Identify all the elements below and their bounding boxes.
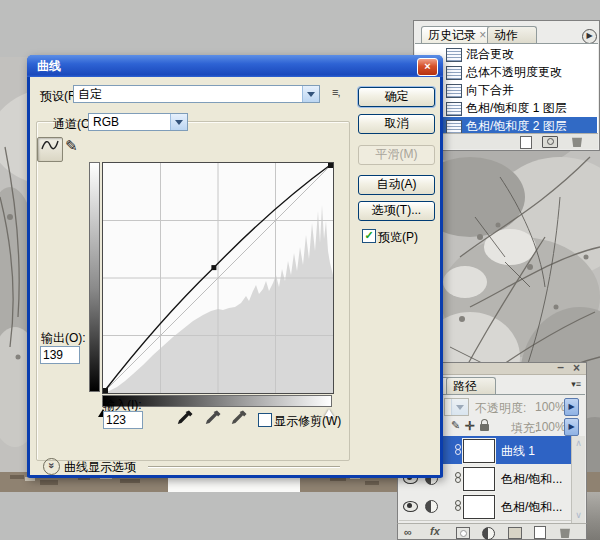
dialog-body: 预设(R): 自定 ≡, 确定 取消 平滑(M) 自动(A) 选项(T)... … bbox=[30, 77, 440, 475]
new-document-from-state-icon[interactable] bbox=[520, 136, 532, 149]
layer-style-fx-icon[interactable]: fx bbox=[430, 525, 440, 537]
black-point-eyedropper-icon[interactable] bbox=[176, 409, 194, 427]
channel-select[interactable]: RGB bbox=[88, 113, 188, 131]
new-snapshot-icon[interactable] bbox=[542, 136, 558, 148]
curve-display-options-expander-icon[interactable]: » bbox=[43, 458, 60, 475]
curve-display-options-label: 曲线显示选项 bbox=[64, 459, 136, 476]
delete-state-icon[interactable] bbox=[572, 136, 582, 147]
dialog-title: 曲线 bbox=[37, 59, 61, 73]
layers-scrollbar[interactable]: ∧ ∨ bbox=[571, 436, 585, 523]
curve-endpoint-shadow bbox=[103, 388, 108, 393]
opacity-value: 100% bbox=[535, 400, 566, 414]
layer-row-hue-sat-1[interactable]: 色相/饱和... bbox=[399, 492, 572, 521]
panel-menu-icon[interactable]: ▾≡ bbox=[571, 379, 581, 389]
preset-select[interactable]: 自定 bbox=[73, 85, 320, 103]
curve-endpoint-highlight bbox=[328, 163, 333, 168]
gray-point-eyedropper-icon[interactable] bbox=[204, 409, 222, 427]
scroll-up-icon[interactable]: ∧ bbox=[572, 438, 585, 448]
lock-transparency-brush-icon[interactable]: ✎ bbox=[451, 419, 460, 432]
ok-button[interactable]: 确定 bbox=[358, 87, 435, 107]
link-layers-icon[interactable]: ∞ bbox=[404, 526, 412, 538]
eye-icon[interactable] bbox=[403, 501, 418, 512]
history-state-icon bbox=[446, 84, 462, 98]
lock-all-icon[interactable] bbox=[480, 424, 489, 431]
chevron-down-icon bbox=[170, 114, 187, 130]
history-state-icon bbox=[446, 120, 462, 134]
dialog-titlebar[interactable]: 曲线 × bbox=[27, 55, 443, 77]
channel-value: RGB bbox=[93, 115, 119, 129]
fill-value: 100% bbox=[535, 420, 566, 434]
preview-checkbox[interactable]: ✓ bbox=[362, 229, 376, 243]
history-state-icon bbox=[446, 48, 462, 62]
curve-control-point bbox=[211, 265, 216, 270]
smooth-button: 平滑(M) bbox=[358, 145, 435, 165]
curve-grid[interactable] bbox=[102, 162, 334, 394]
history-state-row[interactable]: 总体不透明度更改 bbox=[416, 63, 597, 81]
close-icon[interactable]: × bbox=[573, 361, 580, 375]
palette-menu-icon[interactable]: ▶ bbox=[582, 29, 597, 44]
tab-close-icon[interactable]: × bbox=[479, 28, 486, 42]
chevron-down-icon bbox=[302, 86, 319, 102]
mask-link-icon bbox=[455, 444, 461, 455]
white-point-eyedropper-icon[interactable] bbox=[230, 409, 248, 427]
preview-label: 预览(P) bbox=[378, 229, 418, 246]
layer-name: 色相/饱和... bbox=[501, 499, 562, 516]
cancel-button[interactable]: 取消 bbox=[358, 114, 435, 134]
input-field[interactable] bbox=[103, 411, 143, 429]
draw-pencil-icon[interactable]: ✎ bbox=[65, 137, 78, 155]
layer-mask-thumbnail[interactable] bbox=[463, 495, 495, 519]
photoshop-workspace: ▶ 历史记录 × 动作 混合更改 总体不透明度更改 向下合并 色相/饱和度 1 bbox=[0, 0, 600, 540]
document-photo-edge bbox=[585, 492, 600, 540]
history-state-row[interactable]: 色相/饱和度 1 图层 bbox=[416, 99, 597, 117]
new-group-folder-icon[interactable] bbox=[508, 527, 522, 539]
preset-value: 自定 bbox=[78, 87, 102, 101]
adjustment-layer-icon bbox=[425, 500, 438, 513]
fill-slider-arrow-icon[interactable]: ▶ bbox=[564, 418, 579, 436]
layers-bottom-bar: ∞ fx bbox=[397, 523, 587, 540]
blend-mode-select[interactable] bbox=[444, 398, 469, 416]
close-icon[interactable]: × bbox=[417, 58, 438, 76]
show-clipping-label: 显示修剪(W) bbox=[274, 413, 341, 430]
show-clipping-checkbox[interactable] bbox=[258, 413, 272, 427]
history-state-row[interactable]: 向下合并 bbox=[416, 81, 597, 99]
output-gradient-bar bbox=[89, 162, 100, 392]
lock-position-move-icon[interactable]: ✛ bbox=[465, 419, 475, 433]
opacity-label: 不透明度: bbox=[475, 400, 526, 417]
mask-link-icon bbox=[455, 500, 461, 511]
history-state-row[interactable]: 混合更改 bbox=[416, 45, 597, 63]
layer-mask-thumbnail[interactable] bbox=[463, 439, 495, 463]
scroll-down-icon[interactable]: ∨ bbox=[572, 510, 585, 520]
output-field[interactable] bbox=[40, 346, 80, 364]
tab-history[interactable]: 历史记录 × bbox=[421, 26, 497, 44]
preset-options-icon[interactable]: ≡, bbox=[332, 86, 339, 98]
history-state-icon bbox=[446, 66, 462, 80]
layer-mask-thumbnail[interactable] bbox=[463, 467, 495, 491]
divider bbox=[148, 466, 340, 467]
add-layer-mask-icon[interactable] bbox=[456, 527, 470, 539]
new-adjustment-layer-icon[interactable] bbox=[482, 527, 495, 540]
delete-layer-icon[interactable] bbox=[560, 527, 570, 538]
curves-dialog: 曲线 × 预设(R): 自定 ≡, 确定 取消 平滑(M) 自动(A) 选项(T… bbox=[27, 55, 443, 478]
tab-actions[interactable]: 动作 bbox=[487, 26, 537, 44]
layer-name: 色相/饱和... bbox=[501, 471, 562, 488]
chevron-down-icon bbox=[451, 399, 468, 415]
history-state-icon bbox=[446, 102, 462, 116]
mask-link-icon bbox=[455, 472, 461, 483]
options-button[interactable]: 选项(T)... bbox=[358, 201, 435, 221]
edit-points-curve-icon[interactable] bbox=[37, 137, 63, 162]
auto-button[interactable]: 自动(A) bbox=[358, 175, 435, 195]
new-layer-icon[interactable] bbox=[534, 526, 546, 539]
opacity-slider-arrow-icon[interactable]: ▶ bbox=[564, 398, 579, 416]
layer-name: 曲线 1 bbox=[501, 443, 535, 460]
tab-paths[interactable]: 路径 bbox=[446, 377, 496, 395]
output-label: 输出(O): bbox=[41, 330, 86, 347]
minimize-icon[interactable]: – bbox=[557, 360, 564, 374]
